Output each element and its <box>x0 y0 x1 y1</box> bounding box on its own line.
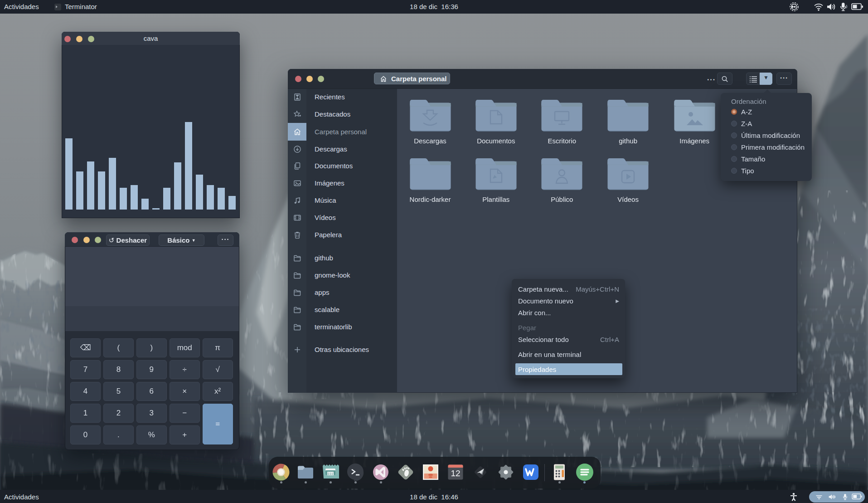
svg-text:12: 12 <box>451 469 460 478</box>
